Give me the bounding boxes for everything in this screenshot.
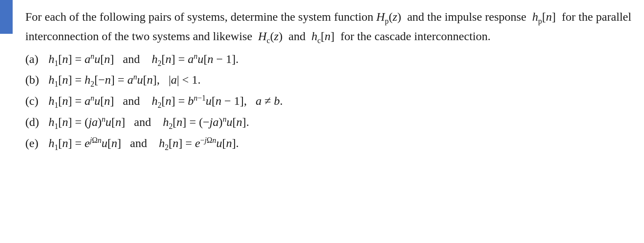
page-container: For each of the following pairs of syste… [0, 0, 644, 243]
part-c: (c) h1[n] = anu[n] and h2[n] = bn−1u[n −… [25, 92, 631, 111]
part-d-text: h1[n] = (ja)nu[n] and h2[n] = (−ja)nu[n]… [49, 113, 249, 132]
main-content: For each of the following pairs of syste… [25, 8, 631, 153]
part-c-label: (c) [25, 92, 49, 110]
intro-paragraph: For each of the following pairs of syste… [25, 8, 631, 46]
part-b-label: (b) [25, 71, 49, 89]
part-a-label: (a) [25, 50, 49, 68]
part-a: (a) h1[n] = anu[n] and h2[n] = anu[n − 1… [25, 50, 631, 69]
intro-text: For each of the following pairs of syste… [25, 10, 631, 43]
part-b: (b) h1[n] = h2[−n] = anu[n], |a| < 1. [25, 71, 631, 90]
part-e: (e) h1[n] = ejΩnu[n] and h2[n] = e−jΩnu[… [25, 134, 631, 153]
part-c-text: h1[n] = anu[n] and h2[n] = bn−1u[n − 1],… [49, 92, 283, 111]
blue-bar-accent [0, 0, 13, 34]
part-a-text: h1[n] = anu[n] and h2[n] = anu[n − 1]. [49, 50, 239, 69]
part-e-label: (e) [25, 134, 49, 152]
part-e-text: h1[n] = ejΩnu[n] and h2[n] = e−jΩnu[n]. [49, 134, 239, 153]
part-d: (d) h1[n] = (ja)nu[n] and h2[n] = (−ja)n… [25, 113, 631, 132]
part-b-text: h1[n] = h2[−n] = anu[n], |a| < 1. [49, 71, 201, 90]
part-d-label: (d) [25, 113, 49, 131]
